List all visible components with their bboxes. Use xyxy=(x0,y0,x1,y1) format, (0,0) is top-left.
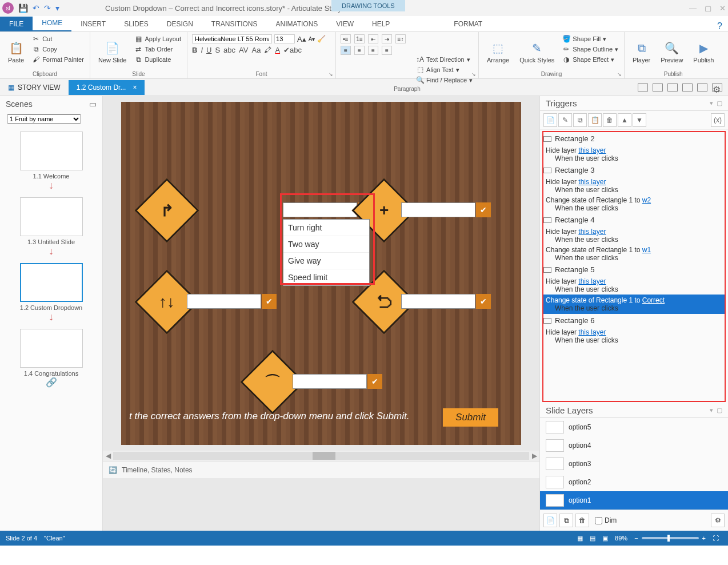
trigger-object-header[interactable]: Rectangle 4 xyxy=(543,213,725,226)
delete-trigger-button[interactable]: 🗑 xyxy=(603,113,617,127)
trigger-action[interactable]: Hide layer this layerWhen the user click… xyxy=(543,327,725,345)
bullets-button[interactable]: •≡ xyxy=(341,34,351,43)
zoom-slider[interactable] xyxy=(642,537,699,539)
text-direction-button[interactable]: ↕AText Direction▾ xyxy=(415,55,474,64)
view-phone-landscape-icon[interactable] xyxy=(682,83,693,91)
shape-effect-button[interactable]: ◑Shape Effect▾ xyxy=(561,55,619,64)
tab-insert[interactable]: INSERT xyxy=(71,17,115,31)
layer-settings-button[interactable]: ⚙ xyxy=(711,514,725,527)
shape-outline-button[interactable]: ✏Shape Outline▾ xyxy=(561,45,619,54)
char-spacing-button[interactable]: AV xyxy=(239,46,248,54)
dropdown-toggle-5[interactable]: ✔ xyxy=(367,374,382,389)
minimize-icon[interactable]: — xyxy=(689,4,697,13)
trigger-action[interactable]: Hide layer this layerWhen the user click… xyxy=(543,226,725,245)
shape-fill-button[interactable]: 🪣Shape Fill▾ xyxy=(561,34,619,43)
trigger-object-header[interactable]: Rectangle 3 xyxy=(543,164,725,177)
dropdown-field-3[interactable] xyxy=(187,294,261,309)
tab-home[interactable]: HOME xyxy=(33,15,71,31)
edit-trigger-button[interactable]: ✎ xyxy=(558,113,572,127)
format-painter-button[interactable]: 🖌Format Painter xyxy=(31,55,85,64)
shrink-font-icon[interactable]: A▾ xyxy=(309,36,315,42)
horizontal-scrollbar[interactable]: ◀ ▶ xyxy=(103,451,539,461)
dropdown-field-2[interactable] xyxy=(401,202,475,217)
indent-button[interactable]: ⇥ xyxy=(382,34,392,43)
numbering-button[interactable]: 1≡ xyxy=(354,34,365,43)
apply-layout-button[interactable]: ▦Apply Layout xyxy=(133,34,182,43)
align-text-button[interactable]: ⬚Align Text▾ xyxy=(415,65,474,74)
trigger-object-header[interactable]: Rectangle 6 xyxy=(543,314,725,327)
scroll-left-icon[interactable]: ◀ xyxy=(103,452,113,460)
dropdown-field-5[interactable] xyxy=(293,374,367,389)
help-icon[interactable]: ? xyxy=(717,21,722,31)
view-normal-icon[interactable]: ▦ xyxy=(577,535,583,542)
dropdown-toggle-3[interactable]: ✔ xyxy=(262,294,277,309)
player-button[interactable]: ⧉Player xyxy=(629,34,654,70)
quick-styles-button[interactable]: ✎Quick Styles xyxy=(516,34,558,70)
view-present-icon[interactable]: ▣ xyxy=(602,535,608,542)
align-right-button[interactable]: ≡ xyxy=(368,46,378,55)
gear-icon[interactable]: ⚙ xyxy=(712,83,722,91)
underline-button[interactable]: U xyxy=(206,46,211,54)
view-slide-icon[interactable]: ▤ xyxy=(590,535,595,542)
scene-selector[interactable]: 1 Fruit by name xyxy=(7,114,81,124)
scroll-thumb[interactable] xyxy=(313,452,335,460)
highlight-button[interactable]: 🖍 xyxy=(264,46,271,54)
panel-maximize-icon[interactable]: ▢ xyxy=(717,407,722,414)
new-slide-button[interactable]: 📄New Slide xyxy=(95,34,130,70)
chevron-down-icon[interactable]: ▾ xyxy=(710,100,713,107)
font-color-button[interactable]: A xyxy=(275,46,280,54)
change-case-button[interactable]: Aa xyxy=(251,46,261,54)
tab-order-button[interactable]: ⇄Tab Order xyxy=(133,45,182,54)
new-layer-button[interactable]: 📄 xyxy=(543,514,557,527)
font-size-input[interactable] xyxy=(274,34,295,43)
trigger-action[interactable]: Change state of Rectangle 1 to w2When th… xyxy=(543,195,725,213)
tab-transitions[interactable]: TRANSITIONS xyxy=(202,17,267,31)
trigger-object-header[interactable]: Rectangle 2 xyxy=(543,132,725,145)
line-spacing-button[interactable]: ≡↕ xyxy=(395,34,406,43)
dropdown-toggle-2[interactable]: ✔ xyxy=(476,202,491,217)
duplicate-button[interactable]: ⧉Duplicate xyxy=(133,55,182,64)
tab-help[interactable]: HELP xyxy=(363,17,399,31)
option-two-way[interactable]: Two way xyxy=(283,236,369,253)
copy-button[interactable]: ⧉Copy xyxy=(31,45,85,54)
align-left-button[interactable]: ≡ xyxy=(341,46,351,55)
trigger-action[interactable]: Hide layer this layerWhen the user click… xyxy=(543,276,725,295)
zoom-in-button[interactable]: + xyxy=(702,535,706,542)
tab-animations[interactable]: ANIMATIONS xyxy=(267,17,327,31)
trigger-object-header[interactable]: Rectangle 5 xyxy=(543,263,725,276)
maximize-icon[interactable]: ▢ xyxy=(705,4,711,13)
layer-row[interactable]: option2 xyxy=(540,473,728,491)
slide-canvas[interactable]: ↱ v + ✔ ↑↓ ✔ ⮌ ✔ ⌒ ✔ Turn right Two way … xyxy=(121,102,521,445)
proofing-button[interactable]: ✔abc xyxy=(283,46,302,54)
grow-font-icon[interactable]: A▴ xyxy=(297,35,306,43)
tab-current-slide[interactable]: 1.2 Custom Dr...× xyxy=(69,80,145,95)
font-dialog-launcher[interactable]: ↘ xyxy=(329,71,333,77)
layer-row[interactable]: option3 xyxy=(540,455,728,473)
move-down-button[interactable]: ▼ xyxy=(633,113,646,127)
dim-checkbox[interactable] xyxy=(595,517,602,524)
variables-button[interactable]: (x) xyxy=(711,113,725,127)
publish-button[interactable]: ▶Publish xyxy=(690,34,717,70)
slide-thumb[interactable] xyxy=(20,329,83,368)
bold-button[interactable]: B xyxy=(192,46,197,54)
new-trigger-button[interactable]: 📄 xyxy=(543,113,557,127)
view-desktop-icon[interactable] xyxy=(638,83,648,91)
outdent-button[interactable]: ⇤ xyxy=(368,34,378,43)
timeline-bar[interactable]: 🔄 Timeline, States, Notes xyxy=(103,461,539,478)
trigger-action[interactable]: Change state of Rectangle 1 to CorrectWh… xyxy=(543,295,725,314)
strike-button[interactable]: S xyxy=(215,46,220,54)
paste-button[interactable]: 📋Paste xyxy=(5,34,27,70)
tab-view[interactable]: VIEW xyxy=(327,17,363,31)
move-up-button[interactable]: ▲ xyxy=(618,113,631,127)
find-replace-button[interactable]: 🔍Find / Replace▾ xyxy=(415,75,474,85)
layer-row[interactable]: option1 xyxy=(540,491,728,510)
layer-row[interactable]: option4 xyxy=(540,436,728,455)
option-give-way[interactable]: Give way xyxy=(283,253,369,269)
undo-icon[interactable]: ↶ xyxy=(33,3,39,13)
layer-row[interactable]: option5 xyxy=(540,418,728,436)
delete-layer-button[interactable]: 🗑 xyxy=(575,514,589,527)
italic-button[interactable]: I xyxy=(201,46,203,54)
refresh-icon[interactable]: 🔄 xyxy=(109,466,117,474)
option-speed-limit[interactable]: Speed limit xyxy=(283,269,369,285)
trigger-action[interactable]: Change state of Rectangle 1 to w1When th… xyxy=(543,245,725,263)
